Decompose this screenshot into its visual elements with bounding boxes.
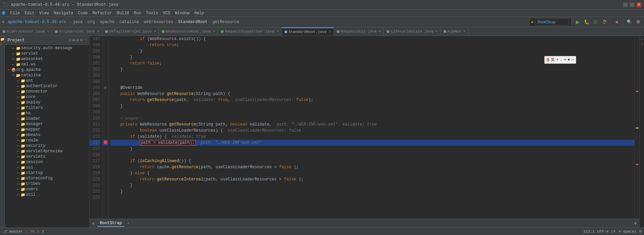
debug-button[interactable]: 🐛 (583, 18, 590, 26)
stop-button[interactable]: ■ (613, 18, 621, 26)
tree-item-servlet4preview[interactable]: ▸📁servlet4preview (5, 149, 89, 154)
tree-item-filters[interactable]: ▸📁filters (5, 105, 89, 111)
run-button[interactable]: ▶ (574, 18, 582, 26)
tab-close-button[interactable]: × (97, 30, 99, 34)
search-button[interactable]: 🔍 (626, 18, 633, 26)
ime-keyboard[interactable]: ⌨ (564, 57, 566, 62)
tree-item-xml-ws[interactable]: ▸📁xml.ws (5, 62, 89, 67)
encoding[interactable]: UTF-8 (597, 230, 608, 234)
tab-webresourceroot[interactable]: WebResourceRoot.java× (159, 27, 218, 36)
tab-ajpmes[interactable]: AjpMes× (441, 27, 469, 36)
settings-button[interactable]: ⚙ (635, 18, 642, 26)
menu-item-window[interactable]: Window (173, 10, 192, 16)
tab-close-button[interactable]: × (379, 30, 381, 34)
ime-arrow[interactable]: ▼ (568, 58, 570, 62)
tab-defaultservlet[interactable]: DefaultServlet.java× (102, 27, 159, 36)
tree-item-authenticator[interactable]: ▸📁authenticator (5, 83, 89, 89)
breadcrumb-apache[interactable]: apache (100, 20, 114, 24)
sidebar-close-icon[interactable]: – (84, 38, 86, 43)
tab-lifecyclestate[interactable]: LifecycleState.java× (384, 27, 441, 36)
tree-item-session[interactable]: ▸📁session (5, 159, 89, 165)
tree-item-deploy[interactable]: ▸📁deploy (5, 100, 89, 105)
tree-item-loader[interactable]: ▸📁loader (5, 116, 89, 121)
ime-lang[interactable]: 英 (551, 57, 555, 63)
debug-close-button[interactable]: × (127, 221, 130, 226)
sidebar-collapse-icon[interactable]: ⊟ (76, 38, 79, 43)
tree-item-startup[interactable]: ▸📁startup (5, 170, 89, 176)
settings-gear[interactable]: ⚙ (634, 221, 637, 226)
tab-close-button[interactable]: × (213, 30, 215, 34)
menu-item-help[interactable]: Help (192, 10, 206, 16)
tree-item-catalina[interactable]: ▾📂catalina (5, 73, 89, 78)
tab-httpservlet[interactable]: HttpServlet.java× (52, 27, 102, 36)
menu-item-build[interactable]: Build (115, 10, 131, 16)
tree-item-manager[interactable]: ▸📁manager (5, 121, 89, 127)
run-config-selector[interactable]: BootStrap (535, 19, 569, 25)
project-icon[interactable]: 📁 (0, 37, 4, 41)
breadcrumb-standardroot[interactable]: StandardRoot (178, 20, 207, 24)
breakpoint-icon[interactable]: 🔴 (103, 140, 108, 146)
side-icon-2[interactable]: ▾ (640, 42, 644, 46)
tab-close-button[interactable]: × (436, 30, 438, 34)
sidebar-expand-icon[interactable]: ⊞ (73, 38, 75, 43)
sidebar-gear-icon[interactable]: ⚙ (80, 38, 83, 43)
tree-item-realm[interactable]: ▸📁realm (5, 138, 89, 143)
tab-close-button[interactable]: × (277, 30, 279, 34)
tab-close-button[interactable]: × (47, 30, 49, 34)
menu-item-edit[interactable]: Edit (23, 10, 37, 16)
menu-item-navigate[interactable]: Navigate (52, 10, 75, 16)
menu-item-file[interactable]: File (8, 10, 22, 16)
tree-item-servlets[interactable]: ▸📁servlets (5, 154, 89, 159)
minimize-button[interactable]: ─ (623, 2, 628, 7)
ime-more[interactable]: ⋯ (571, 57, 574, 62)
menu-item-view[interactable]: View (37, 10, 51, 16)
breadcrumb-org[interactable]: org (87, 20, 95, 24)
side-icon-1[interactable]: ▸ (640, 37, 644, 41)
tree-item-core[interactable]: ▸📁core (5, 94, 89, 100)
menu-item-run[interactable]: Run (132, 10, 143, 16)
breadcrumb-java[interactable]: java (73, 20, 83, 24)
line-separator[interactable]: LF (611, 230, 616, 234)
vcs-icon[interactable]: ⎇ master (3, 229, 23, 234)
tab-requestdispatcher[interactable]: RequestDispatcher.java× (218, 27, 281, 36)
tree-item-storeconfig[interactable]: ▸📁storeconfig (5, 176, 89, 181)
tree-item-mbeans[interactable]: ▸📁mbeans (5, 132, 89, 138)
menu-item-vcs[interactable]: VCS (161, 10, 172, 16)
tree-item-org-apache[interactable]: ▾📦org.apache (5, 67, 89, 73)
tree-item-ssi[interactable]: ▸📁ssi (5, 165, 89, 170)
tab-standardroot[interactable]: StandardRoot.java× (282, 27, 334, 36)
warning-count[interactable]: ⚠ 3 (37, 229, 44, 234)
tab-ajpprocessor[interactable]: AjpProcessor.java× (0, 27, 52, 36)
tab-close-button[interactable]: × (154, 30, 156, 34)
breadcrumb-webresources[interactable]: webresources (144, 20, 173, 24)
menu-item-code[interactable]: Code (76, 10, 90, 16)
tree-item-util[interactable]: ▸📁util (5, 192, 89, 197)
tab-close-button[interactable]: × (329, 30, 331, 34)
close-button[interactable]: ✕ (637, 2, 641, 7)
tab-close-button[interactable]: × (464, 30, 466, 34)
tree-item-security-auth-message[interactable]: ▸📁security.auth.message (5, 45, 89, 51)
menu-item-tools[interactable]: Tools (144, 10, 160, 16)
tab-requestutil[interactable]: RequestUtil.java× (334, 27, 384, 36)
debug-tab-bootstrap[interactable]: BootStrap (97, 220, 125, 227)
tree-item-mapper[interactable]: ▸📁mapper (5, 127, 89, 132)
profile-button[interactable]: ⏱ (601, 18, 608, 26)
breadcrumb-catalina[interactable]: catalina (119, 20, 139, 24)
indent-info[interactable]: 4 spaces (619, 230, 637, 234)
tree-item-ha[interactable]: ▸📁ha (5, 111, 89, 116)
status-settings[interactable]: ⚙ (639, 229, 641, 234)
tree-item-connector[interactable]: ▸📁connector (5, 89, 89, 94)
tree-item-tribes[interactable]: ▸📁tribes (5, 181, 89, 187)
maximize-button[interactable]: □ (630, 2, 635, 7)
ime-input-mode[interactable]: ↓ (560, 58, 562, 62)
coverage-button[interactable]: ☑ (592, 18, 599, 26)
breadcrumb-getresource[interactable]: getResource (212, 20, 239, 24)
tree-item-users[interactable]: ▸📁users (5, 187, 89, 192)
sidebar-locate-icon[interactable]: ◎ (69, 38, 71, 43)
structure-icon[interactable]: ≡ (0, 43, 4, 47)
menu-item-refactor[interactable]: Refactor (91, 10, 114, 16)
tree-item-websocket[interactable]: ▸📁websocket (5, 56, 89, 62)
tree-item-ant[interactable]: ▸📁ant (5, 78, 89, 83)
error-count[interactable]: △ 20 (25, 229, 34, 234)
tree-item-servlet[interactable]: ▸📁servlet (5, 51, 89, 56)
